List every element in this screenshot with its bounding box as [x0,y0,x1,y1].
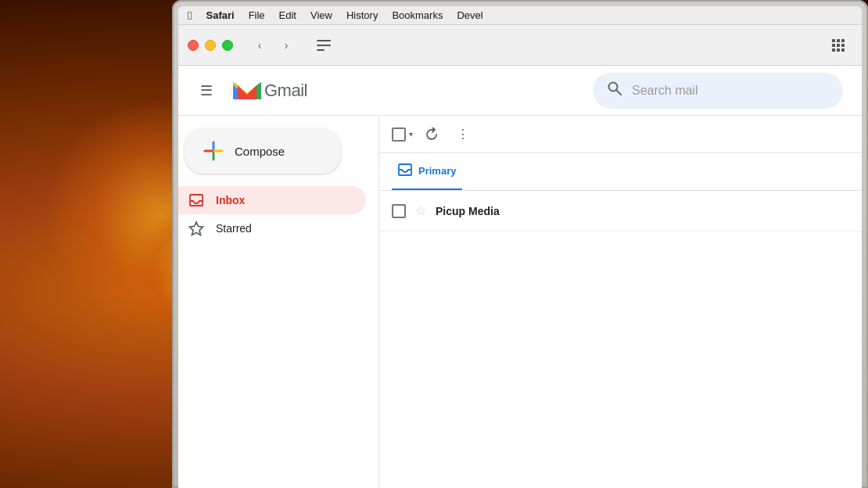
email-row[interactable]: ☆ Picup Media [379,191,862,231]
svg-rect-8 [841,44,845,47]
back-icon: ‹ [258,39,262,52]
gmail-body: Compose Inbox [178,116,862,488]
sidebar-item-starred[interactable]: Starred [178,214,366,242]
search-bar[interactable]: Search mail [593,73,843,109]
svg-rect-10 [837,48,840,52]
starred-label: Starred [216,222,252,235]
close-button[interactable] [188,40,199,51]
primary-tab-label: Primary [418,165,456,177]
nav-buttons: ‹ › [247,34,299,56]
email-checkbox[interactable] [392,204,406,218]
maximize-button[interactable] [222,40,233,51]
svg-rect-6 [832,44,835,47]
gmail-logo: Gmail [231,79,307,102]
forward-button[interactable]: › [274,34,299,56]
sidebar-item-inbox[interactable]: Inbox [178,186,366,214]
file-menu[interactable]: File [249,9,265,21]
email-toolbar: ▾ ⋮ [379,116,862,153]
more-options-icon: ⋮ [457,127,469,142]
select-all-area[interactable]: ▾ [392,127,413,142]
svg-rect-11 [841,48,845,52]
gmail-m-icon [231,79,263,102]
primary-tab[interactable]: Primary [392,153,462,190]
svg-rect-1 [317,45,331,46]
select-all-checkbox[interactable] [392,127,406,142]
inbox-icon [188,192,205,209]
svg-rect-3 [832,39,835,42]
svg-rect-4 [837,39,840,42]
gmail-main: ▾ ⋮ [378,116,862,488]
email-star-icon[interactable]: ☆ [415,203,426,218]
apple-menu[interactable]:  [188,9,192,22]
svg-line-13 [617,91,622,95]
devel-menu[interactable]: Devel [457,9,482,21]
svg-rect-9 [832,48,835,52]
refresh-button[interactable] [419,122,444,147]
toolbar-right [824,34,852,56]
gmail-sidebar: Compose Inbox [178,116,378,488]
svg-rect-0 [317,40,331,41]
grid-button[interactable] [824,34,852,56]
menu-bar:  Safari File Edit View History Bookmark… [178,6,862,25]
gmail-content: ☰ [178,66,862,488]
refresh-icon [425,127,439,142]
grid-icon [832,39,845,52]
view-menu[interactable]: View [310,9,332,21]
primary-tab-row: Primary [379,153,862,191]
hamburger-icon: ☰ [200,82,213,99]
inbox-label: Inbox [216,194,245,206]
compose-label: Compose [235,145,285,158]
compose-button[interactable]: Compose [185,128,341,174]
star-icon [188,220,205,237]
back-button[interactable]: ‹ [247,34,272,56]
minimize-button[interactable] [205,40,216,51]
compose-plus-icon [203,141,224,161]
search-placeholder-text: Search mail [632,84,698,98]
forward-icon: › [285,39,289,52]
search-icon [607,81,622,100]
primary-tab-icon [398,163,412,180]
gmail-header: ☰ [178,66,862,116]
select-dropdown-icon[interactable]: ▾ [409,130,413,138]
svg-marker-19 [190,222,203,235]
edit-menu[interactable]: Edit [279,9,296,21]
history-menu[interactable]: History [346,9,378,21]
hamburger-button[interactable]: ☰ [191,75,222,106]
more-options-button[interactable]: ⋮ [450,122,475,147]
svg-rect-7 [837,44,840,47]
svg-rect-5 [841,39,845,42]
gmail-wordmark: Gmail [264,81,307,101]
safari-toolbar: ‹ › [178,25,862,66]
safari-menu[interactable]: Safari [206,9,234,21]
laptop-frame:  Safari File Edit View History Bookmark… [172,0,868,488]
svg-rect-2 [317,49,325,51]
bookmarks-menu[interactable]: Bookmarks [392,9,443,21]
traffic-lights [188,40,233,51]
email-sender: Picup Media [436,205,500,217]
screen:  Safari File Edit View History Bookmark… [178,6,862,488]
sidebar-toggle-button[interactable] [310,34,338,56]
sidebar-toggle-icon [317,40,331,51]
